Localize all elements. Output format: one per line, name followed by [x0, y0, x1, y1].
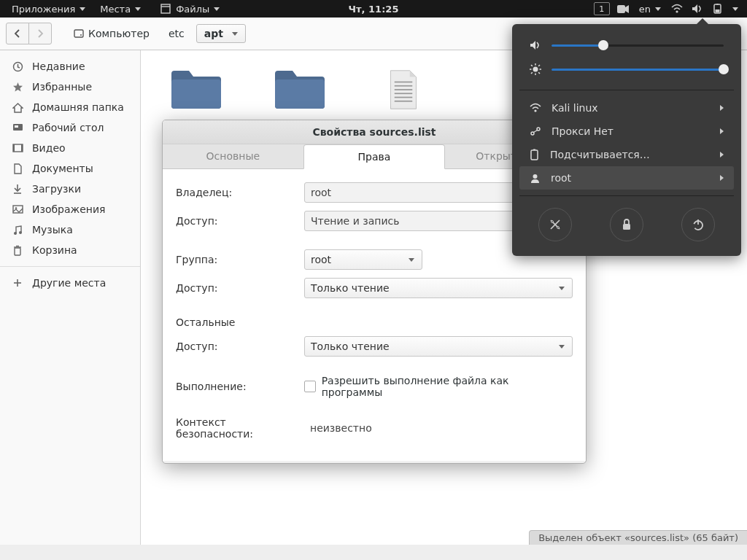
sidebar-item-desktop[interactable]: Рабочий стол: [0, 117, 140, 138]
svg-rect-18: [21, 144, 23, 152]
sidebar-item-other-locations[interactable]: Другие места: [0, 273, 140, 293]
brightness-slider-row: [519, 59, 734, 84]
checkbox-icon: [304, 381, 316, 392]
music-icon: [12, 224, 23, 236]
chevron-down-icon: [409, 258, 414, 262]
status-bar: Выделен объект «sources.list» (65 байт): [529, 530, 747, 545]
menu-proxy[interactable]: Прокси Нет: [519, 120, 734, 143]
svg-point-56: [551, 221, 554, 223]
svg-line-43: [531, 65, 533, 66]
path-computer[interactable]: Компьютер: [66, 25, 157, 42]
sidebar-item-video[interactable]: Видео: [0, 138, 140, 158]
wifi-icon: [530, 103, 541, 113]
svg-line-45: [531, 72, 533, 74]
chevron-down-icon: [655, 7, 661, 11]
sidebar-item-home[interactable]: Домашняя папка: [0, 97, 140, 117]
panel-places[interactable]: Места: [93, 0, 148, 18]
brightness-slider[interactable]: [551, 69, 724, 71]
volume-slider[interactable]: [551, 44, 724, 47]
svg-point-23: [19, 231, 22, 234]
execute-label: Выполнение:: [176, 381, 304, 392]
video-icon: [12, 142, 23, 154]
others-heading: Остальные: [176, 316, 235, 328]
chevron-right-icon: [720, 152, 724, 158]
sidebar-item-recent[interactable]: Недавние: [0, 56, 140, 77]
svg-line-46: [538, 65, 540, 66]
trash-icon: [12, 244, 23, 256]
svg-point-38: [533, 67, 538, 72]
svg-rect-51: [531, 150, 538, 160]
sidebar-item-pictures[interactable]: Изображения: [0, 199, 140, 219]
proxy-icon: [530, 126, 541, 136]
clock-icon: [12, 61, 23, 72]
group-combo[interactable]: root: [304, 249, 422, 270]
panel-places-label: Места: [100, 4, 131, 15]
panel-right: 1 en: [591, 0, 743, 18]
desktop-icon: [12, 122, 23, 133]
files-app-icon: [160, 3, 171, 15]
lock-icon: [621, 218, 632, 231]
access-group-label: Доступ:: [176, 282, 304, 294]
svg-rect-2: [617, 5, 625, 13]
file-item[interactable]: [377, 69, 430, 110]
svg-point-53: [533, 174, 538, 179]
battery-icon[interactable]: [712, 3, 724, 15]
menu-user[interactable]: root: [519, 166, 734, 190]
panel-activeapp[interactable]: Файлы: [148, 0, 227, 18]
volume-slider-row: [519, 36, 734, 59]
menu-wifi[interactable]: Kali linux: [519, 96, 734, 120]
tab-general[interactable]: Основные: [163, 144, 303, 168]
svg-rect-20: [13, 206, 23, 213]
svg-point-57: [557, 227, 560, 229]
chevron-right-icon: [720, 105, 724, 111]
recorder-icon[interactable]: [617, 3, 629, 15]
volume-icon[interactable]: [692, 3, 703, 15]
chevron-down-icon: [214, 7, 220, 11]
brightness-icon: [530, 63, 541, 75]
access-other-combo[interactable]: Только чтение: [304, 336, 573, 357]
battery-icon: [530, 149, 540, 160]
svg-line-44: [538, 72, 540, 74]
group-label: Группа:: [176, 254, 304, 265]
selinux-value: неизвестно: [304, 422, 372, 434]
chevron-down-icon: [559, 287, 565, 290]
volume-icon: [530, 40, 541, 50]
chevron-down-icon: [135, 7, 141, 11]
lock-button[interactable]: [610, 208, 643, 241]
language-indicator[interactable]: en: [633, 0, 667, 18]
path-segment-etc[interactable]: etc: [161, 25, 192, 42]
sidebar-item-trash[interactable]: Корзина: [0, 240, 140, 260]
power-button[interactable]: [681, 208, 715, 241]
panel-applications[interactable]: Приложения: [4, 0, 93, 18]
workspace-indicator[interactable]: 1: [594, 2, 610, 15]
svg-point-49: [537, 128, 540, 131]
power-icon: [692, 218, 705, 231]
svg-rect-15: [15, 125, 18, 128]
sidebar-item-music[interactable]: Музыка: [0, 219, 140, 240]
folder-item[interactable]: [170, 69, 222, 110]
chevron-right-icon: [720, 175, 724, 181]
tab-permissions[interactable]: Права: [303, 144, 446, 169]
menu-battery[interactable]: Подсчитывается…: [519, 143, 734, 166]
panel-applications-label: Приложения: [12, 4, 75, 15]
svg-marker-37: [530, 41, 535, 50]
svg-point-4: [676, 10, 678, 12]
nav-back-button[interactable]: [6, 23, 29, 44]
chevron-right-icon: [720, 128, 724, 134]
svg-marker-12: [13, 82, 23, 92]
nav-forward-button[interactable]: [28, 23, 52, 44]
folder-item[interactable]: [274, 69, 326, 110]
svg-line-50: [534, 131, 538, 133]
chevron-down-icon[interactable]: [732, 7, 738, 11]
execute-checkbox[interactable]: Разрешить выполнение файла как программы: [304, 375, 573, 398]
chevron-down-icon: [80, 7, 85, 11]
settings-button[interactable]: [538, 208, 572, 241]
plus-icon: [12, 277, 23, 289]
wifi-icon[interactable]: [671, 3, 683, 15]
settings-icon: [549, 218, 562, 231]
access-group-combo[interactable]: Только чтение: [304, 278, 573, 298]
path-segment-apt[interactable]: apt: [196, 24, 246, 43]
sidebar-item-starred[interactable]: Избранные: [0, 77, 140, 97]
sidebar-item-downloads[interactable]: Загрузки: [0, 179, 140, 199]
sidebar-item-documents[interactable]: Документы: [0, 158, 140, 179]
